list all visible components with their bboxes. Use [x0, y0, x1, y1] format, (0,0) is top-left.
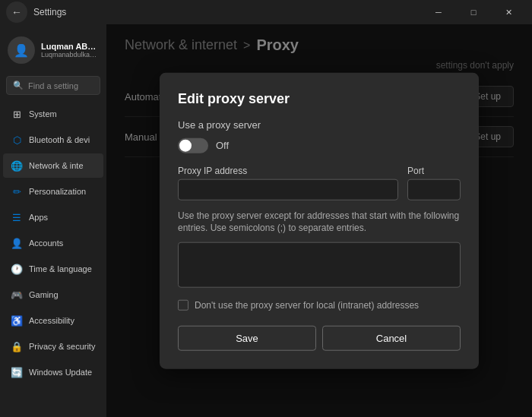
avatar-icon: 👤: [14, 43, 29, 58]
sidebar-item-accounts[interactable]: 👤 Accounts: [3, 231, 103, 255]
sidebar-item-label: Personalization: [29, 187, 86, 196]
proxy-ip-label: Proxy IP address: [178, 165, 398, 175]
user-profile[interactable]: 👤 Luqman ABDULKABIR Luqmanabdulkabir396@…: [0, 30, 106, 76]
port-label: Port: [407, 165, 461, 175]
apps-icon: ☰: [11, 211, 23, 223]
sidebar-item-label: Time & language: [29, 264, 92, 273]
dialog-actions: Save Cancel: [178, 326, 461, 351]
sidebar-item-personalization[interactable]: ✏ Personalization: [3, 179, 103, 204]
dialog-title: Edit proxy server: [178, 90, 461, 106]
sidebar-item-label: Apps: [29, 213, 48, 222]
sidebar-item-label: Network & inte: [29, 161, 84, 170]
sidebar-item-label: Accounts: [29, 239, 63, 248]
sidebar-item-label: Bluetooth & devi: [29, 135, 90, 144]
maximize-icon: □: [471, 8, 477, 17]
port-group: Port: [407, 165, 461, 200]
search-box[interactable]: 🔍 Find a setting: [6, 76, 100, 95]
close-button[interactable]: ✕: [491, 0, 526, 24]
close-icon: ✕: [505, 8, 512, 17]
sidebar-item-accessibility[interactable]: ♿ Accessibility: [3, 308, 103, 333]
sidebar-item-time[interactable]: 🕐 Time & language: [3, 257, 103, 281]
minimize-button[interactable]: ─: [421, 0, 456, 24]
sidebar-item-label: Accessibility: [29, 316, 74, 325]
proxy-ip-group: Proxy IP address: [178, 165, 398, 200]
user-name: Luqman ABDULKABIR: [41, 42, 99, 51]
exceptions-note: Use the proxy server except for addresse…: [178, 209, 461, 235]
titlebar: ← Settings ─ □ ✕: [0, 0, 532, 24]
update-icon: 🔄: [11, 366, 23, 378]
titlebar-left: ← Settings: [6, 2, 66, 23]
proxy-ip-input[interactable]: [178, 178, 398, 200]
bluetooth-icon: ⬡: [11, 134, 23, 146]
user-email: Luqmanabdulkabir396@outlook.com: [41, 51, 99, 58]
proxy-address-row: Proxy IP address Port: [178, 165, 461, 200]
sidebar: 👤 Luqman ABDULKABIR Luqmanabdulkabir396@…: [0, 24, 106, 417]
local-checkbox-label: Don't use the proxy server for local (in…: [195, 300, 419, 311]
sidebar-item-network[interactable]: 🌐 Network & inte: [3, 153, 103, 178]
sidebar-item-label: Gaming: [29, 290, 59, 299]
back-icon: ←: [11, 6, 22, 18]
sidebar-item-label: Windows Update: [29, 368, 92, 377]
local-checkbox-row: Don't use the proxy server for local (in…: [178, 300, 461, 311]
app-container: 👤 Luqman ABDULKABIR Luqmanabdulkabir396@…: [0, 24, 532, 417]
cancel-button[interactable]: Cancel: [322, 326, 461, 351]
sidebar-item-update[interactable]: 🔄 Windows Update: [3, 360, 103, 384]
exceptions-input[interactable]: [178, 242, 461, 288]
proxy-use-toggle[interactable]: [178, 137, 208, 153]
toggle-state-label: Off: [216, 140, 229, 151]
edit-proxy-dialog: Edit proxy server Use a proxy server Off…: [160, 72, 479, 369]
privacy-icon: 🔒: [11, 340, 23, 352]
minimize-icon: ─: [435, 8, 442, 17]
main-content: Network & internet > Proxy settings don'…: [106, 24, 532, 417]
save-button[interactable]: Save: [178, 326, 316, 351]
search-placeholder: Find a setting: [28, 81, 78, 90]
time-icon: 🕐: [11, 263, 23, 275]
proxy-toggle-row: Off: [178, 137, 461, 153]
window-controls: ─ □ ✕: [421, 0, 526, 24]
system-icon: ⊞: [11, 108, 23, 120]
user-info: Luqman ABDULKABIR Luqmanabdulkabir396@ou…: [41, 42, 99, 58]
avatar: 👤: [8, 36, 35, 64]
sidebar-item-label: System: [29, 109, 57, 118]
port-input[interactable]: [407, 178, 461, 200]
gaming-icon: 🎮: [11, 289, 23, 301]
back-button[interactable]: ←: [6, 2, 27, 23]
maximize-button[interactable]: □: [456, 0, 491, 24]
sidebar-item-label: Privacy & security: [29, 342, 95, 351]
accounts-icon: 👤: [11, 237, 23, 249]
accessibility-icon: ♿: [11, 314, 23, 327]
personalization-icon: ✏: [11, 185, 23, 197]
search-icon: 🔍: [13, 81, 24, 90]
sidebar-item-privacy[interactable]: 🔒 Privacy & security: [3, 334, 103, 359]
network-icon: 🌐: [11, 160, 23, 172]
use-proxy-label: Use a proxy server: [178, 118, 461, 130]
sidebar-item-apps[interactable]: ☰ Apps: [3, 205, 103, 229]
window-title: Settings: [33, 7, 66, 17]
local-checkbox[interactable]: [178, 300, 188, 311]
sidebar-item-gaming[interactable]: 🎮 Gaming: [3, 283, 103, 307]
sidebar-item-bluetooth[interactable]: ⬡ Bluetooth & devi: [3, 128, 103, 152]
sidebar-item-system[interactable]: ⊞ System: [3, 102, 103, 126]
